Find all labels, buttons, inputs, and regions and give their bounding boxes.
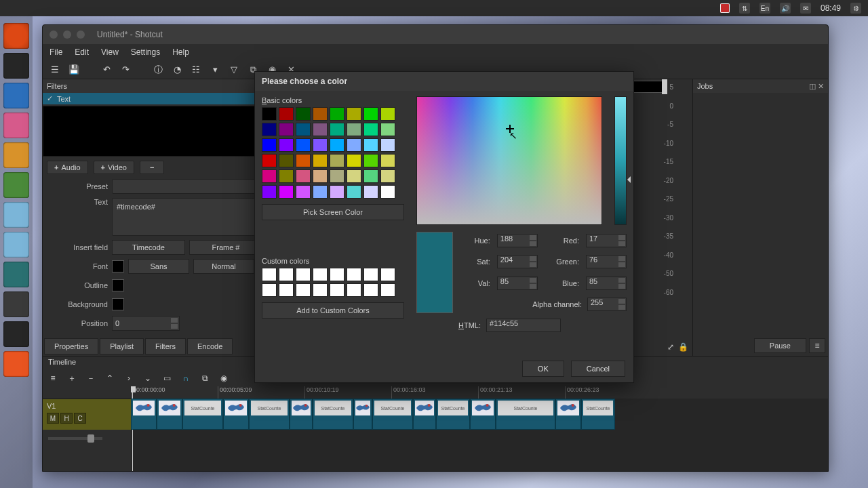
color-swatch[interactable] <box>279 123 294 136</box>
color-swatch[interactable] <box>279 185 294 199</box>
close-window-icon[interactable] <box>50 30 58 39</box>
network-icon[interactable]: ⇅ <box>739 3 750 14</box>
color-swatch[interactable] <box>313 169 328 183</box>
color-swatch[interactable] <box>330 138 344 152</box>
undo-icon[interactable]: ↶ <box>101 64 112 75</box>
color-swatch[interactable] <box>296 169 311 183</box>
timeline-clip[interactable]: StatCounte <box>182 399 223 430</box>
add-audio-button[interactable]: +Audio <box>47 161 88 174</box>
dash-icon[interactable] <box>3 23 29 49</box>
jobs-dock-controls[interactable]: ◫ ✕ <box>809 82 824 91</box>
dock-app-5[interactable] <box>3 202 29 228</box>
color-swatch[interactable] <box>313 154 328 167</box>
color-swatch[interactable] <box>347 185 361 199</box>
color-swatch[interactable] <box>380 185 395 199</box>
color-swatch[interactable] <box>363 169 378 183</box>
custom-color-slot[interactable] <box>296 268 311 281</box>
custom-color-slot[interactable] <box>347 283 361 297</box>
minimize-window-icon[interactable] <box>63 30 71 39</box>
menu-file[interactable]: File <box>50 47 62 57</box>
color-swatch[interactable] <box>380 138 395 152</box>
color-swatch[interactable] <box>363 185 378 199</box>
font-color-swatch[interactable] <box>112 260 124 272</box>
maximize-window-icon[interactable] <box>77 30 85 39</box>
timeline-clip[interactable]: StatCounte <box>496 399 555 430</box>
dock-app-1[interactable] <box>3 83 29 108</box>
tab-properties[interactable]: Properties <box>44 338 98 354</box>
timeline-ruler[interactable]: 00:00:00:0000:00:05:0900:00:10:1900:00:1… <box>131 386 828 399</box>
tl-add-icon[interactable]: ＋ <box>67 373 77 383</box>
ok-button[interactable]: OK <box>522 361 564 377</box>
outline-color-swatch[interactable] <box>112 279 124 291</box>
color-swatch[interactable] <box>363 138 378 152</box>
track-mute-button[interactable]: M <box>47 413 59 424</box>
color-swatch[interactable] <box>313 138 328 152</box>
color-swatch[interactable] <box>380 169 395 183</box>
keyboard-layout-icon[interactable]: En <box>760 3 770 14</box>
color-swatch[interactable] <box>296 138 311 152</box>
menu-help[interactable]: Help <box>172 47 189 57</box>
jobs-menu-icon[interactable]: ≡ <box>809 338 825 353</box>
open-icon[interactable]: ☰ <box>50 64 60 75</box>
color-swatch[interactable] <box>380 107 395 121</box>
custom-color-slot[interactable] <box>262 283 277 297</box>
gear-icon[interactable]: ⚙ <box>850 3 861 14</box>
timeline-clip[interactable] <box>290 399 313 430</box>
color-swatch[interactable] <box>279 107 294 121</box>
tl-marker-icon[interactable]: ◉ <box>219 373 229 383</box>
dock-app-10[interactable] <box>3 351 29 377</box>
tl-remove-icon[interactable]: － <box>86 373 96 383</box>
timeline-tracks[interactable]: 00:00:00:0000:00:05:0900:00:10:1900:00:1… <box>131 386 828 471</box>
tool-5-icon[interactable]: ▽ <box>229 64 239 75</box>
remove-filter-button[interactable]: − <box>140 161 164 174</box>
tool-2-icon[interactable]: ◔ <box>172 64 182 75</box>
timeline-clip[interactable]: StatCounte <box>581 399 615 430</box>
pick-screen-color-button[interactable]: Pick Screen Color <box>262 204 404 220</box>
tl-snap-icon[interactable]: ∩ <box>181 373 191 383</box>
color-swatch[interactable] <box>296 185 311 199</box>
custom-color-slot[interactable] <box>330 268 344 281</box>
track-composite-button[interactable]: C <box>74 413 86 424</box>
custom-color-slot[interactable] <box>296 283 311 297</box>
timeline-clip[interactable] <box>470 399 496 430</box>
track-hide-button[interactable]: H <box>60 413 73 424</box>
timeline-clip[interactable]: StatCounte <box>249 399 290 430</box>
insert-frame-button[interactable]: Frame # <box>189 240 262 255</box>
color-swatch[interactable] <box>347 123 361 136</box>
html-input[interactable]: #114c55 <box>486 319 561 332</box>
timeline-clip[interactable] <box>157 399 182 430</box>
color-swatch[interactable] <box>313 123 328 136</box>
color-swatch[interactable] <box>347 138 361 152</box>
color-swatch[interactable] <box>330 185 344 199</box>
timeline-clip[interactable] <box>353 399 372 430</box>
color-swatch[interactable] <box>279 154 294 167</box>
tool-3-icon[interactable]: ☷ <box>191 64 201 75</box>
tl-right-icon[interactable]: › <box>124 373 134 383</box>
color-swatch[interactable] <box>363 107 378 121</box>
menu-view[interactable]: View <box>101 47 119 57</box>
mail-icon[interactable]: ✉ <box>800 3 811 14</box>
color-swatch[interactable] <box>262 154 277 167</box>
dock-app-9[interactable] <box>3 321 29 347</box>
zoom-fit-icon[interactable]: ⤢ <box>667 342 674 352</box>
color-swatch[interactable] <box>296 107 311 121</box>
color-swatch[interactable] <box>380 154 395 167</box>
timeline-clip[interactable] <box>413 399 436 430</box>
color-swatch[interactable] <box>262 169 277 183</box>
custom-color-slot[interactable] <box>363 268 378 281</box>
timeline-clip[interactable] <box>555 399 581 430</box>
custom-color-slot[interactable] <box>347 268 361 281</box>
timeline-clip[interactable]: StatCounte <box>372 399 413 430</box>
color-swatch[interactable] <box>296 123 311 136</box>
tab-playlist[interactable]: Playlist <box>100 338 144 354</box>
tl-menu-icon[interactable]: ≡ <box>48 373 58 383</box>
font-family-button[interactable]: Sans <box>128 259 189 274</box>
redo-icon[interactable]: ↷ <box>120 64 131 75</box>
val-input[interactable]: 85 <box>497 277 538 290</box>
color-swatch[interactable] <box>313 107 328 121</box>
add-video-button[interactable]: +Video <box>94 161 134 174</box>
color-swatch[interactable] <box>347 154 361 167</box>
tl-split-icon[interactable]: ▭ <box>162 373 172 383</box>
blue-input[interactable]: 85 <box>586 277 627 290</box>
tab-filters[interactable]: Filters <box>145 338 186 354</box>
